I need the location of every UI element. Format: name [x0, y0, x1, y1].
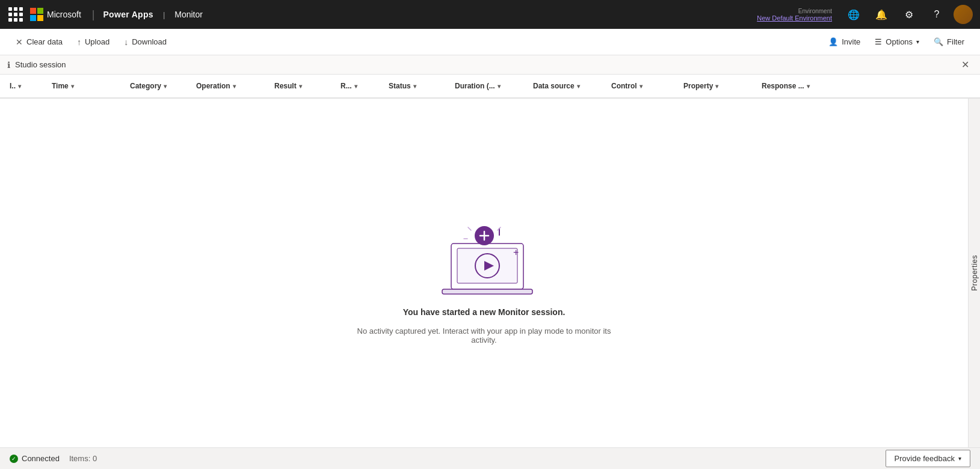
environment-label: Environment — [798, 8, 832, 14]
svg-rect-2 — [442, 289, 532, 294]
module-name: Monitor — [174, 10, 203, 19]
settings-icon-btn[interactable]: ⚙ — [898, 4, 920, 25]
col-r-chevron-icon: ▾ — [354, 83, 357, 90]
column-header-id[interactable]: I.. ▾ — [5, 82, 47, 90]
checkmark-icon: ✓ — [11, 456, 16, 462]
connected-label: Connected — [22, 454, 60, 463]
provide-feedback-button[interactable]: Provide feedback ▾ — [886, 450, 970, 467]
status-bar: ✓ Connected Items: 0 Provide feedback ▾ — [0, 447, 980, 469]
col-control-chevron-icon: ▾ — [639, 83, 643, 90]
column-header-property[interactable]: Property ▾ — [679, 82, 757, 90]
svg-text:+: + — [513, 247, 519, 257]
column-header-time[interactable]: Time ▾ — [47, 82, 125, 90]
data-area: + You have started a new Monitor session… — [0, 99, 968, 447]
col-duration-chevron-icon: ▾ — [498, 83, 501, 90]
empty-state: + You have started a new Monitor session… — [0, 99, 968, 447]
waffle-menu[interactable] — [7, 6, 24, 23]
col-status-chevron-icon: ▾ — [413, 83, 416, 90]
help-icon: ? — [934, 9, 940, 20]
empty-state-illustration: + — [418, 201, 550, 298]
col-time-chevron-icon: ▾ — [71, 83, 74, 90]
download-icon: ↓ — [124, 37, 128, 47]
empty-state-title: You have started a new Monitor session. — [403, 307, 566, 317]
properties-sidebar[interactable]: Properties — [968, 99, 980, 447]
settings-icon: ⚙ — [905, 9, 913, 20]
toolbar: ✕ Clear data ↑ Upload ↓ Download 👤 Invit… — [0, 29, 980, 55]
feedback-chevron-icon: ▾ — [958, 455, 961, 462]
help-icon-btn[interactable]: ? — [926, 4, 948, 25]
column-header-control[interactable]: Control ▾ — [606, 82, 679, 90]
column-header-r[interactable]: R... ▾ — [336, 82, 384, 90]
column-header-datasource[interactable]: Data source ▾ — [528, 82, 606, 90]
clear-data-icon: ✕ — [16, 37, 23, 47]
invite-icon: 👤 — [828, 37, 838, 46]
upload-label: Upload — [85, 37, 109, 46]
session-info-icon: ℹ — [7, 60, 10, 70]
upload-icon: ↑ — [77, 37, 81, 47]
session-close-button[interactable]: ✕ — [958, 58, 973, 72]
bell-icon-btn[interactable]: 🔔 — [871, 4, 892, 25]
avatar[interactable] — [954, 5, 973, 24]
clear-data-label: Clear data — [26, 37, 63, 46]
column-header-duration[interactable]: Duration (... ▾ — [450, 82, 528, 90]
table-header: I.. ▾ Time ▾ Category ▾ Operation ▾ Resu… — [0, 75, 980, 99]
col-response-chevron-icon: ▾ — [807, 83, 810, 90]
environment-name: New Default Environment — [757, 14, 832, 22]
clear-data-button[interactable]: ✕ Clear data — [10, 34, 69, 51]
column-header-response[interactable]: Response ... ▾ — [757, 82, 835, 90]
column-header-result[interactable]: Result ▾ — [270, 82, 336, 90]
col-datasource-chevron-icon: ▾ — [577, 83, 580, 90]
upload-button[interactable]: ↑ Upload — [71, 34, 116, 51]
filter-label: Filter — [947, 37, 964, 46]
col-id-chevron-icon: ▾ — [18, 83, 21, 90]
connected-dot: ✓ — [10, 455, 18, 463]
filter-icon: 🔍 — [934, 37, 943, 46]
svg-line-10 — [468, 227, 471, 230]
microsoft-logo[interactable]: Microsoft — [30, 8, 81, 21]
feedback-label: Provide feedback — [895, 454, 955, 463]
column-header-operation[interactable]: Operation ▾ — [191, 82, 270, 90]
col-category-chevron-icon: ▾ — [164, 83, 167, 90]
items-count: Items: 0 — [69, 454, 97, 463]
col-operation-chevron-icon: ▾ — [233, 83, 236, 90]
options-icon: ☰ — [875, 37, 882, 46]
options-chevron-icon: ▾ — [916, 38, 919, 45]
connection-status: ✓ Connected — [10, 454, 60, 463]
column-header-status[interactable]: Status ▾ — [384, 82, 450, 90]
session-label: Studio session — [15, 60, 66, 69]
options-button[interactable]: ☰ Options ▾ — [869, 34, 925, 50]
column-header-category[interactable]: Category ▾ — [125, 82, 191, 90]
session-bar: ℹ Studio session ✕ — [0, 55, 980, 75]
microsoft-text: Microsoft — [47, 10, 81, 19]
avatar-image — [954, 5, 973, 24]
empty-state-subtitle: No activity captured yet. Interact with … — [352, 326, 617, 345]
invite-label: Invite — [842, 37, 860, 46]
bell-icon: 🔔 — [875, 9, 887, 20]
topbar: Microsoft | Power Apps | Monitor Environ… — [0, 0, 980, 29]
filter-button[interactable]: 🔍 Filter — [928, 34, 970, 50]
topbar-divider: | — [92, 8, 95, 21]
invite-button[interactable]: 👤 Invite — [822, 34, 866, 50]
options-label: Options — [886, 37, 913, 46]
properties-sidebar-label: Properties — [970, 255, 979, 291]
col-property-chevron-icon: ▾ — [715, 83, 718, 90]
download-button[interactable]: ↓ Download — [118, 34, 173, 51]
app-name: Power Apps — [103, 10, 153, 19]
col-result-chevron-icon: ▾ — [299, 83, 302, 90]
globe-icon: 🌐 — [848, 9, 860, 20]
globe-icon-btn[interactable]: 🌐 — [843, 4, 864, 25]
topbar-pipe: | — [163, 10, 165, 19]
environment-selector[interactable]: Environment New Default Environment — [757, 8, 832, 22]
download-label: Download — [132, 37, 167, 46]
toolbar-right: 👤 Invite ☰ Options ▾ 🔍 Filter — [822, 34, 970, 50]
monitor-illustration-svg: + — [418, 201, 550, 298]
